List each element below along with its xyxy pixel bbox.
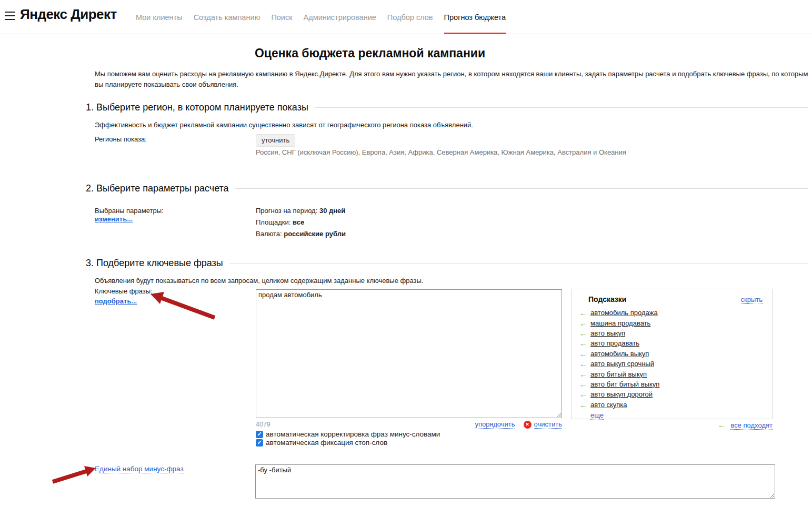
hint-link[interactable]: автомобиль продажа (590, 309, 658, 317)
hint-link[interactable]: авто продавать (590, 339, 639, 347)
checkbox-label: автоматическая фиксация стоп-слов (266, 439, 387, 447)
hint-item: ← авто бит битый выкуп (579, 379, 765, 389)
add-hint-arrow-icon[interactable]: ← (579, 309, 586, 317)
hint-item: ← авто битый выкуп (579, 369, 765, 379)
checkbox-row-stop-words: ✓ автоматическая фиксация стоп-слов (256, 439, 387, 447)
hint-link[interactable]: авто выкуп (590, 329, 625, 337)
add-hint-arrow-icon[interactable]: ← (579, 360, 586, 368)
param-currency: Валюта: российские рубли (256, 230, 346, 238)
hint-link[interactable]: автомобиль выкуп (590, 350, 649, 358)
clear-icon[interactable]: ✕ (524, 421, 532, 429)
param-label: Валюта: (256, 230, 282, 238)
hint-link[interactable]: авто выкуп срочный (590, 360, 654, 368)
nav-item-administration[interactable]: Администрирование (304, 0, 376, 34)
keywords-toolbar: 4079 упорядочить ✕ очистить (256, 420, 562, 429)
add-hint-arrow-icon[interactable]: ← (579, 339, 586, 347)
all-hints-fit-link[interactable]: все подходят (730, 421, 773, 430)
hints-title: Подсказки (588, 295, 626, 303)
checkbox-row-minus-words: ✓ автоматическая корректировка фраз мину… (256, 430, 440, 438)
hint-link[interactable]: авто выкуп дорогой (590, 390, 653, 398)
more-hints-link[interactable]: еще (590, 411, 604, 420)
hide-hints-link[interactable]: скрыть (741, 296, 763, 304)
keywords-textarea[interactable]: продам автомобиль (256, 289, 562, 418)
add-hint-arrow-icon[interactable]: ← (579, 370, 586, 378)
hint-item: ← машина продавать (579, 318, 765, 328)
add-hint-arrow-icon[interactable]: ← (579, 350, 586, 358)
add-hint-arrow-icon[interactable]: ← (579, 401, 586, 409)
section1-heading-row: 1. Выберите регион, в котором планируете… (86, 102, 808, 113)
minus-phrases-link[interactable]: Единый набор минус-фраз (95, 465, 184, 473)
params-label: Выбраны параметры: (95, 207, 164, 215)
add-hint-arrow-icon[interactable]: ← (579, 390, 586, 398)
refine-regions-button[interactable]: уточнить (256, 134, 295, 147)
nav-item-search[interactable]: Поиск (271, 0, 292, 34)
checkbox-label: автоматическая корректировка фраз минус-… (266, 430, 440, 438)
annotation-arrow-keywords (146, 290, 220, 323)
hints-panel: Подсказки скрыть ← автомобиль продажа ← … (571, 289, 773, 419)
hint-item: ← авто выкуп срочный (579, 359, 765, 369)
checkbox-minus-words[interactable]: ✓ (256, 431, 263, 438)
section-divider (315, 107, 808, 108)
param-value: российские рубли (284, 230, 346, 238)
nav-item-clients[interactable]: Мои клиенты (136, 0, 183, 34)
nav-item-create-campaign[interactable]: Создать кампанию (194, 0, 260, 34)
budget-forecast-page: Яндекс Директ Мои клиенты Создать кампан… (0, 0, 812, 507)
add-hint-arrow-icon[interactable]: ← (579, 319, 586, 327)
section-divider (235, 188, 808, 189)
section2-heading-row: 2. Выберите параметры расчета (86, 183, 808, 194)
intro-text: Мы поможем вам оценить расходы на реклам… (95, 69, 809, 89)
logo[interactable]: Яндекс Директ (20, 6, 117, 23)
hint-link[interactable]: авто битый выкуп (590, 370, 647, 378)
param-value: все (293, 218, 304, 226)
add-hint-arrow-icon[interactable]: ← (579, 329, 586, 337)
section2-heading: 2. Выберите параметры расчета (86, 183, 229, 194)
clear-keywords-link[interactable]: очистить (534, 420, 562, 429)
hint-item: ← авто скупка (579, 400, 765, 410)
hint-link[interactable]: авто бит битый выкуп (590, 380, 659, 388)
hint-item: ← авто выкуп дорогой (579, 389, 765, 399)
section3-heading-row: 3. Подберите ключевые фразы (86, 258, 808, 269)
regions-value: Россия, СНГ (исключая Россию), Европа, А… (256, 148, 626, 156)
menu-icon[interactable] (5, 12, 15, 20)
annotation-arrow-minus-phrases (48, 465, 98, 487)
hint-item: ← авто продавать (579, 338, 765, 348)
minus-phrases-textarea[interactable]: -бу -битый (255, 464, 775, 499)
section-divider (229, 263, 808, 263)
change-params-link[interactable]: изменить... (95, 215, 133, 223)
param-label: Площадки: (256, 218, 290, 226)
hint-item: ← автомобиль продажа (579, 308, 765, 318)
nav-item-word-selection[interactable]: Подбор слов (387, 0, 433, 34)
hint-link[interactable]: авто скупка (590, 401, 627, 409)
header: Яндекс Директ Мои клиенты Создать кампан… (0, 0, 812, 34)
keywords-label: Ключевые фразы: (95, 287, 153, 295)
main-nav: Мои клиенты Создать кампанию Поиск Админ… (136, 0, 506, 34)
param-label: Прогноз на период: (256, 207, 317, 215)
add-all-arrow-icon[interactable]: ← (718, 420, 726, 429)
param-value: 30 дней (319, 207, 345, 215)
section1-heading: 1. Выберите регион, в котором планируете… (86, 102, 308, 113)
all-hints-fit-row: ← все подходят (571, 421, 773, 429)
pick-keywords-link[interactable]: подобрать... (95, 297, 137, 305)
section3-description: Объявления будут показываться по всем за… (95, 277, 423, 285)
page-title: Оценка бюджета рекламной кампании (95, 46, 645, 60)
section3-heading: 3. Подберите ключевые фразы (86, 258, 223, 269)
checkbox-stop-words[interactable]: ✓ (256, 439, 263, 447)
hint-link[interactable]: машина продавать (590, 319, 650, 327)
char-counter: 4079 (256, 421, 270, 428)
nav-item-budget-forecast[interactable]: Прогноз бюджета (444, 0, 506, 34)
regions-label: Регионы показа: (95, 135, 147, 143)
section1-description: Эффективность и бюджет рекламной кампани… (95, 121, 473, 129)
hint-item: ← автомобиль выкуп (579, 349, 765, 359)
add-hint-arrow-icon[interactable]: ← (579, 380, 586, 388)
param-forecast-period: Прогноз на период: 30 дней (256, 207, 345, 215)
param-platforms: Площадки: все (256, 218, 304, 226)
hint-item: ← авто выкуп (579, 328, 765, 338)
sort-keywords-link[interactable]: упорядочить (475, 420, 515, 429)
